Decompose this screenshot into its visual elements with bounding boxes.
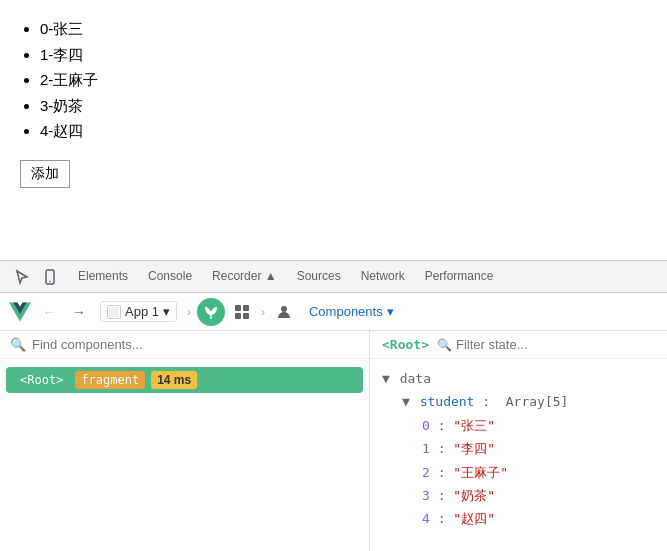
app-chevron-icon: ▾ [163, 304, 170, 319]
filter-state: 🔍 [437, 337, 655, 352]
devtools-tabs: Elements Console Recorder ▲ Sources Netw… [64, 261, 659, 292]
person-icon-btn[interactable] [271, 299, 297, 325]
val-4: "赵四" [453, 511, 495, 526]
data-arrow[interactable]: ▼ [382, 371, 390, 386]
list-item: 4-赵四 [40, 118, 647, 144]
tab-console[interactable]: Console [138, 261, 202, 293]
tab-sources[interactable]: Sources [287, 261, 351, 293]
array-item-4: 4 : "赵四" [422, 507, 655, 530]
array-item-1: 1 : "李四" [422, 437, 655, 460]
vue-left-panel: 🔍 <Root> fragment 14 ms [0, 331, 370, 551]
array-item-0: 0 : "张三" [422, 414, 655, 437]
filter-state-input[interactable] [456, 337, 655, 352]
student-type: : [482, 394, 498, 409]
tab-recorder[interactable]: Recorder ▲ [202, 261, 287, 293]
vue-panel: 🔍 <Root> fragment 14 ms <Root> 🔍 [0, 331, 667, 551]
filter-search-icon: 🔍 [437, 338, 452, 352]
student-key: student [420, 394, 475, 409]
colon-2: : [438, 465, 454, 480]
index-3: 3 [422, 488, 430, 503]
right-header: <Root> 🔍 [370, 331, 667, 359]
right-root-tag: <Root> [382, 337, 429, 352]
tab-network[interactable]: Network [351, 261, 415, 293]
array-children: 0 : "张三" 1 : "李四" 2 : "王麻子" [402, 414, 655, 531]
val-2: "王麻子" [453, 465, 508, 480]
index-1: 1 [422, 441, 430, 456]
index-0: 0 [422, 418, 430, 433]
back-button[interactable]: ← [36, 299, 62, 325]
data-key: data [400, 371, 431, 386]
device-icon[interactable] [36, 263, 64, 291]
vue-right-panel: <Root> 🔍 ▼ data ▼ student : Array[5] [370, 331, 667, 551]
colon-3: : [438, 488, 454, 503]
vue-logo[interactable] [8, 300, 32, 324]
list-area: 0-张三 1-李四 2-王麻子 3-奶茶 4-赵四 [20, 16, 647, 144]
ms-tag: 14 ms [151, 371, 197, 389]
svg-rect-7 [243, 313, 249, 319]
data-node: ▼ data [382, 367, 655, 390]
svg-rect-2 [109, 307, 119, 317]
route-icon[interactable] [197, 298, 225, 326]
val-3: "奶茶" [453, 488, 495, 503]
array-item-3: 3 : "奶茶" [422, 484, 655, 507]
student-node: ▼ student : Array[5] [402, 390, 655, 413]
student-list: 0-张三 1-李四 2-王麻子 3-奶茶 4-赵四 [20, 16, 647, 144]
search-bar: 🔍 [0, 331, 369, 359]
svg-rect-6 [235, 313, 241, 319]
array-type: Array[5] [506, 394, 569, 409]
index-4: 4 [422, 511, 430, 526]
main-content: 0-张三 1-李四 2-王麻子 3-奶茶 4-赵四 添加 [0, 0, 667, 204]
app-selector[interactable]: App 1 ▾ [100, 301, 177, 322]
svg-rect-5 [243, 305, 249, 311]
list-item: 1-李四 [40, 42, 647, 68]
root-tag: <Root> [14, 371, 69, 389]
list-item: 0-张三 [40, 16, 647, 42]
components-chevron-icon: ▾ [387, 304, 394, 319]
student-arrow[interactable]: ▼ [402, 394, 410, 409]
fragment-tag: fragment [75, 371, 145, 389]
toolbar-separator: › [261, 305, 265, 319]
components-label: Components [309, 304, 383, 319]
colon-4: : [438, 511, 454, 526]
add-button[interactable]: 添加 [20, 160, 70, 188]
data-children: ▼ student : Array[5] 0 : "张三" 1 [382, 390, 655, 530]
vue-toolbar: ← → App 1 ▾ › [0, 293, 667, 331]
inspect-icon[interactable] [8, 263, 36, 291]
data-tree: ▼ data ▼ student : Array[5] 0 : "张 [370, 359, 667, 539]
root-component-row[interactable]: <Root> fragment 14 ms [6, 367, 363, 393]
colon-0: : [438, 418, 454, 433]
find-components-input[interactable] [32, 337, 359, 352]
val-0: "张三" [453, 418, 495, 433]
forward-icon: → [72, 304, 86, 320]
tab-elements[interactable]: Elements [68, 261, 138, 293]
search-icon: 🔍 [10, 337, 26, 352]
app-label: App 1 [125, 304, 159, 319]
index-2: 2 [422, 465, 430, 480]
svg-rect-4 [235, 305, 241, 311]
devtools-panel: Elements Console Recorder ▲ Sources Netw… [0, 260, 667, 551]
timeline-icon[interactable] [229, 299, 255, 325]
tab-performance[interactable]: Performance [415, 261, 504, 293]
array-item-2: 2 : "王麻子" [422, 461, 655, 484]
list-item: 3-奶茶 [40, 93, 647, 119]
val-1: "李四" [453, 441, 495, 456]
devtools-tab-bar: Elements Console Recorder ▲ Sources Netw… [0, 261, 667, 293]
components-button[interactable]: Components ▾ [301, 301, 402, 322]
list-item: 2-王麻子 [40, 67, 647, 93]
svg-point-8 [281, 306, 287, 312]
separator-chevron: › [187, 305, 191, 319]
app-icon [107, 305, 121, 319]
back-icon: ← [42, 304, 56, 320]
svg-point-1 [49, 280, 51, 282]
component-tree: <Root> fragment 14 ms [0, 359, 369, 401]
colon-1: : [438, 441, 454, 456]
forward-button[interactable]: → [66, 299, 92, 325]
